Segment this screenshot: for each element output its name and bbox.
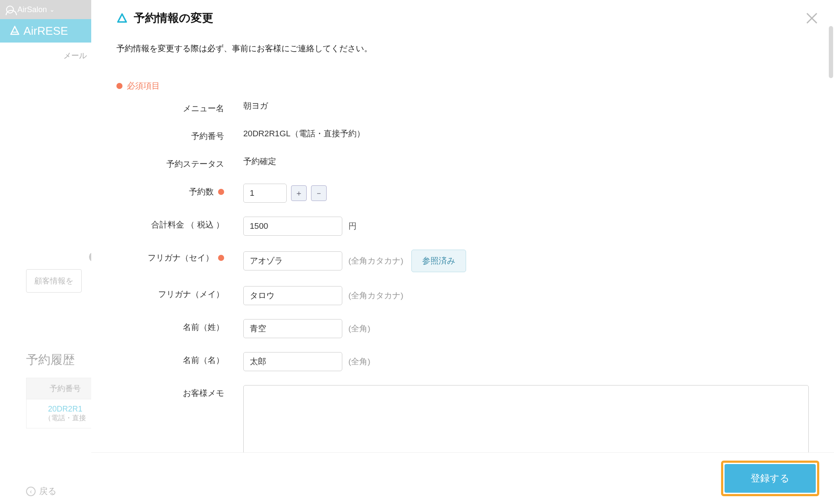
hint-zenkaku: (全角) <box>348 356 371 367</box>
kana-mei-input[interactable] <box>243 286 342 305</box>
customer-info-button[interactable]: 顧客情報を <box>26 269 82 293</box>
booking-sub: （電話・直接 <box>32 414 99 423</box>
required-dot-icon <box>116 83 122 89</box>
label-memo: お客様メモ <box>116 385 224 399</box>
label-qty: 予約数 <box>116 184 224 198</box>
value-status: 予約確定 <box>224 156 809 167</box>
booking-history-title: 予約履歴 <box>26 352 75 368</box>
required-legend: 必須項目 <box>116 80 809 92</box>
brand-logo-icon <box>10 26 20 36</box>
row-status: 予約ステータス 予約確定 <box>116 156 809 170</box>
row-kana-sei: フリガナ（セイ） (全角カタカナ) 参照済み <box>116 250 809 272</box>
hint-kana: (全角カタカナ) <box>348 255 404 267</box>
submit-button[interactable]: 登録する <box>725 464 816 493</box>
kana-sei-input[interactable] <box>243 251 342 270</box>
yen-unit: 円 <box>348 221 357 232</box>
user-icon <box>6 6 14 13</box>
row-total: 合計料金 （ 税込 ） 円 <box>116 217 809 236</box>
label-kana-sei: フリガナ（セイ） <box>116 250 224 264</box>
hint-kana: (全角カタカナ) <box>348 290 404 301</box>
brand-bar: AirRESE <box>0 19 91 43</box>
value-menu-name: 朝ヨガ <box>224 100 809 112</box>
booking-link[interactable]: 20DR2R1 <box>32 405 99 414</box>
instruction-text: 予約情報を変更する際は必ず、事前にお客様にご連絡してください。 <box>116 43 809 54</box>
label-kana-mei: フリガナ（メイ） <box>116 286 224 300</box>
name-mei-input[interactable] <box>243 352 342 371</box>
modal-body: 予約情報を変更する際は必ず、事前にお客様にご連絡してください。 必須項目 メニュ… <box>91 33 834 452</box>
bg-menu-mail: メール <box>0 43 91 61</box>
salon-name: AirSalon <box>17 5 47 14</box>
label-name-sei: 名前（姓） <box>116 319 224 333</box>
back-button[interactable]: ‹ 戻る <box>26 485 56 497</box>
label-status: 予約ステータス <box>116 156 224 170</box>
close-button[interactable] <box>804 11 819 26</box>
required-dot-icon <box>218 255 224 261</box>
label-total: 合計料金 （ 税込 ） <box>116 217 224 231</box>
edit-booking-modal: 予約情報の変更 予約情報を変更する際は必ず、事前にお客様にご連絡してください。 … <box>91 0 834 504</box>
row-name-mei: 名前（名） (全角) <box>116 352 809 371</box>
modal-header: 予約情報の変更 <box>91 0 834 33</box>
required-dot-icon <box>218 189 224 195</box>
hint-zenkaku: (全角) <box>348 323 371 334</box>
memo-textarea[interactable] <box>243 385 809 452</box>
label-name-mei: 名前（名） <box>116 352 224 366</box>
modal-footer: 登録する <box>91 452 834 504</box>
qty-plus-button[interactable]: ＋ <box>291 185 307 201</box>
label-booking-no: 予約番号 <box>116 128 224 142</box>
salon-selector[interactable]: AirSalon ⌄ <box>0 0 91 19</box>
back-arrow-icon: ‹ <box>26 487 36 496</box>
name-sei-input[interactable] <box>243 319 342 338</box>
row-kana-mei: フリガナ（メイ） (全角カタカナ) <box>116 286 809 305</box>
row-memo: お客様メモ 0/2000 ※登録された内容は、顧客情報に反映されます。 ※お客様… <box>116 385 809 452</box>
brand-name: AirRESE <box>23 24 68 38</box>
qty-input[interactable] <box>243 184 287 203</box>
row-menu-name: メニュー名 朝ヨガ <box>116 100 809 114</box>
value-booking-no: 20DR2R1GL（電話・直接予約） <box>224 128 809 139</box>
row-name-sei: 名前（姓） (全角) <box>116 319 809 338</box>
row-qty: 予約数 ＋ － <box>116 184 809 203</box>
app-logo-icon <box>116 13 128 24</box>
scrollbar[interactable] <box>829 33 833 78</box>
background-page: AirSalon ⌄ AirRESE メール ‹ 顧客情報を 予約履歴 予約番号… <box>0 0 91 504</box>
submit-highlight: 登録する <box>721 461 819 496</box>
qty-minus-button[interactable]: － <box>311 185 327 201</box>
modal-title: 予約情報の変更 <box>134 10 213 26</box>
total-input[interactable] <box>243 217 342 236</box>
chevron-down-icon: ⌄ <box>50 6 55 13</box>
label-menu-name: メニュー名 <box>116 100 224 114</box>
row-booking-no: 予約番号 20DR2R1GL（電話・直接予約） <box>116 128 809 142</box>
reference-done-button[interactable]: 参照済み <box>411 250 466 272</box>
